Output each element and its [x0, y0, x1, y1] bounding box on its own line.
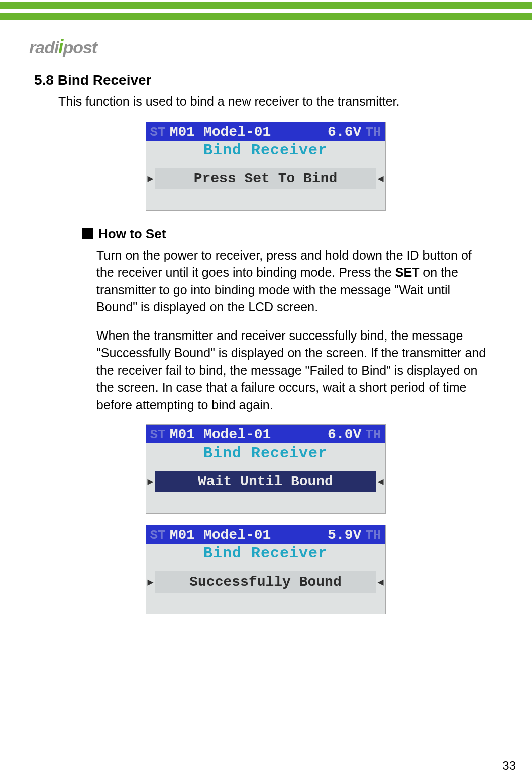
lcd3-volt: 5.9V: [328, 527, 361, 543]
triangle-left-icon: ◀: [376, 576, 385, 588]
lcd1-th: TH: [365, 125, 381, 140]
lcd2-volt: 6.0V: [328, 427, 361, 442]
lcd2-message: Wait Until Bound: [155, 471, 376, 492]
logo-text-pre: radi: [29, 38, 58, 57]
lcd3-th: TH: [365, 528, 381, 543]
lcd1-st: ST: [150, 125, 166, 140]
lcd1-title: Bind Receiver: [146, 141, 385, 162]
logo-text-post: post: [63, 38, 97, 57]
how-to-set-label: How to Set: [98, 226, 166, 241]
lcd3-model: M01 Model-01: [166, 527, 328, 543]
instructions-paragraph-1: Turn on the power to receiver, press and…: [96, 247, 488, 316]
lcd2-st: ST: [150, 427, 166, 442]
lcd3-st: ST: [150, 528, 166, 543]
header-decoration: [0, 0, 532, 26]
triangle-right-icon: ▶: [146, 576, 155, 588]
square-bullet-icon: [82, 228, 93, 239]
lcd2-title: Bind Receiver: [146, 443, 385, 465]
section-lead: This function is used to bind a new rece…: [58, 93, 497, 110]
lcd2-th: TH: [365, 427, 381, 442]
section-heading: 5.8 Bind Receiver: [34, 72, 497, 88]
lcd-screenshot-3: ST M01 Model-01 5.9V TH Bind Receiver ▶ …: [146, 525, 386, 614]
brand-logo: radi i post: [29, 36, 97, 57]
lcd1-volt: 6.6V: [328, 124, 361, 140]
page-number: 33: [502, 759, 516, 773]
triangle-right-icon: ▶: [146, 172, 155, 185]
lcd1-message: Press Set To Bind: [155, 168, 376, 189]
lcd3-message: Successfully Bound: [155, 571, 376, 593]
p1-strong: SET: [395, 265, 420, 279]
lcd3-title: Bind Receiver: [146, 544, 385, 565]
lcd-screenshot-1: ST M01 Model-01 6.6V TH Bind Receiver ▶ …: [146, 122, 386, 211]
lcd2-model: M01 Model-01: [166, 427, 328, 442]
instructions-paragraph-2: When the transmitter and receiver succes…: [96, 327, 488, 414]
triangle-right-icon: ▶: [146, 475, 155, 488]
lcd1-model: M01 Model-01: [166, 124, 328, 140]
triangle-left-icon: ◀: [376, 475, 385, 488]
how-to-set-heading: How to Set: [82, 226, 497, 242]
triangle-left-icon: ◀: [376, 172, 385, 185]
lcd-screenshot-2: ST M01 Model-01 6.0V TH Bind Receiver ▶ …: [146, 424, 386, 514]
